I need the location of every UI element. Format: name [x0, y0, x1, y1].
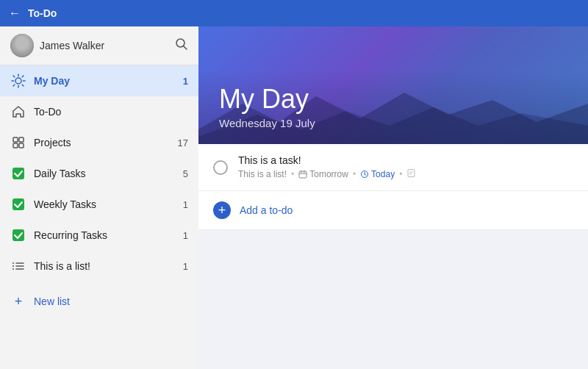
back-button[interactable]: ←	[9, 7, 21, 20]
sidebar-user: James Walker	[10, 34, 104, 57]
grid-icon	[10, 135, 26, 151]
sidebar-item-label-recurring-tasks: Recurring Tasks	[34, 229, 183, 241]
note-icon	[406, 168, 416, 180]
user-name: James Walker	[40, 40, 104, 51]
task-meta-dot-3: •	[399, 169, 402, 179]
sidebar-item-daily-tasks[interactable]: Daily Tasks 5	[0, 158, 198, 189]
content-body: This is a task! This is a list! • Tomorr	[198, 144, 588, 369]
svg-line-8	[22, 85, 24, 86]
sidebar: James Walker	[0, 26, 198, 369]
list-icon	[10, 258, 26, 274]
sidebar-item-count-my-day: 1	[183, 76, 188, 87]
calendar-icon	[298, 170, 307, 179]
svg-rect-24	[299, 171, 306, 178]
task-item[interactable]: This is a task! This is a list! • Tomorr	[198, 144, 588, 191]
task-tomorrow-label: Tomorrow	[309, 169, 348, 179]
sidebar-item-label-projects: Projects	[34, 137, 178, 148]
task-meta-dot-2: •	[353, 169, 356, 179]
sidebar-item-count-this-is-a-list: 1	[183, 261, 188, 272]
sidebar-item-recurring-tasks[interactable]: Recurring Tasks 1	[0, 220, 198, 251]
svg-rect-14	[19, 143, 24, 148]
sidebar-item-label-weekly-tasks: Weekly Tasks	[34, 198, 183, 210]
svg-line-7	[13, 76, 15, 77]
sidebar-item-projects[interactable]: Projects 17	[0, 127, 198, 158]
new-list-button[interactable]: + New list	[0, 284, 198, 318]
search-button[interactable]	[175, 37, 188, 54]
content-header: My Day Wednesday 19 July	[198, 26, 588, 144]
checkbox-weekly-icon	[10, 196, 26, 212]
svg-rect-13	[13, 143, 18, 148]
plus-icon: +	[10, 293, 26, 309]
clock-icon	[360, 170, 369, 179]
content-title: My Day	[219, 85, 567, 114]
new-list-label: New list	[34, 295, 70, 307]
sidebar-item-my-day[interactable]: My Day 1	[0, 65, 198, 96]
checkbox-daily-icon	[10, 165, 26, 182]
main-layout: James Walker	[0, 26, 588, 369]
content-area: My Day Wednesday 19 July This is a task!…	[198, 26, 588, 369]
task-meta: This is a list! • Tomorrow •	[238, 168, 573, 180]
svg-line-10	[13, 85, 15, 86]
svg-rect-31	[408, 170, 415, 177]
top-bar: ← To-Do	[0, 0, 588, 26]
svg-line-9	[22, 76, 24, 77]
task-meta-dot-1: •	[291, 169, 294, 179]
sidebar-item-count-daily-tasks: 5	[183, 168, 188, 179]
sidebar-item-count-weekly-tasks: 1	[183, 199, 188, 210]
add-todo-label: Add a to-do	[240, 204, 293, 216]
content-date: Wednesday 19 July	[219, 117, 567, 129]
task-meta-tomorrow: Tomorrow	[298, 169, 348, 179]
task-meta-today: Today	[360, 169, 395, 179]
checkbox-recurring-icon	[10, 227, 26, 243]
svg-rect-11	[13, 137, 18, 142]
sidebar-item-this-is-a-list[interactable]: This is a list! 1	[0, 251, 198, 282]
sun-icon	[10, 73, 26, 89]
sidebar-item-label-todo: To-Do	[34, 106, 188, 118]
sidebar-item-label-this-is-a-list: This is a list!	[34, 260, 183, 272]
add-todo-plus-icon: +	[213, 201, 231, 219]
avatar-image	[10, 34, 34, 57]
svg-point-2	[15, 78, 21, 84]
sidebar-header: James Walker	[0, 26, 198, 65]
sidebar-item-todo[interactable]: To-Do	[0, 96, 198, 127]
task-complete-button[interactable]	[213, 160, 228, 175]
task-meta-list: This is a list!	[238, 169, 287, 179]
avatar	[10, 34, 34, 57]
task-today-label: Today	[371, 169, 395, 179]
home-icon	[10, 104, 26, 120]
sidebar-item-weekly-tasks[interactable]: Weekly Tasks 1	[0, 189, 198, 220]
svg-rect-12	[19, 137, 24, 142]
sidebar-item-label-daily-tasks: Daily Tasks	[34, 168, 183, 179]
sidebar-item-label-my-day: My Day	[34, 75, 183, 87]
svg-line-30	[365, 174, 366, 175]
add-todo-button[interactable]: + Add a to-do	[198, 191, 588, 230]
sidebar-item-count-recurring-tasks: 1	[183, 230, 188, 241]
task-title: This is a task!	[238, 154, 573, 166]
svg-line-1	[184, 46, 187, 50]
sidebar-item-count-projects: 17	[178, 137, 188, 148]
task-info: This is a task! This is a list! • Tomorr	[238, 154, 573, 180]
app-title: To-Do	[28, 7, 57, 19]
